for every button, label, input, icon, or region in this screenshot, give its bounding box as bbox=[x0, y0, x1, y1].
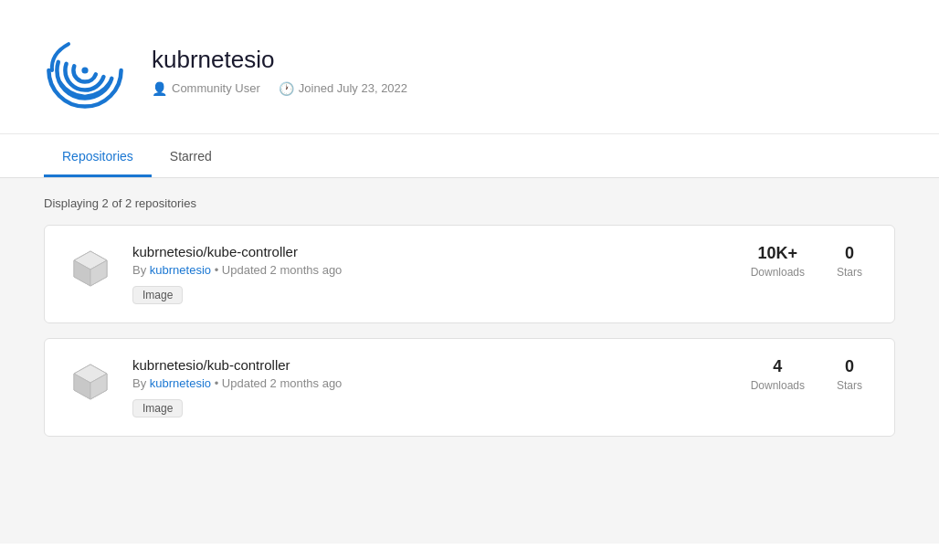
profile-info: kubrnetesio 👤 Community User 🕐 Joined Ju… bbox=[152, 46, 407, 96]
bullet-sep: • bbox=[215, 263, 222, 277]
tab-repositories[interactable]: Repositories bbox=[44, 134, 152, 177]
repo-stats: 4 Downloads 0 Stars bbox=[751, 357, 872, 392]
downloads-value: 4 bbox=[773, 357, 782, 377]
tab-starred[interactable]: Starred bbox=[152, 134, 230, 177]
repo-card: kubrnetesio/kub-controller By kubrnetesi… bbox=[44, 338, 895, 437]
repo-icon bbox=[67, 244, 114, 291]
joined-meta: 🕐 Joined July 23, 2022 bbox=[279, 81, 407, 96]
profile-meta: 👤 Community User 🕐 Joined July 23, 2022 bbox=[152, 81, 407, 96]
repo-count-text: Displaying 2 of 2 repositories bbox=[44, 196, 895, 210]
by-label: By bbox=[132, 376, 146, 390]
page-wrapper: kubrnetesio 👤 Community User 🕐 Joined Ju… bbox=[0, 0, 939, 560]
downloads-value: 10K+ bbox=[758, 244, 798, 264]
stars-value: 0 bbox=[845, 244, 854, 264]
svg-point-4 bbox=[81, 67, 88, 73]
tabs-container: Repositories Starred bbox=[0, 134, 939, 178]
repo-icon bbox=[67, 357, 114, 405]
updated-text: Updated 2 months ago bbox=[222, 263, 343, 277]
repo-details: kubrnetesio/kube-controller By kubrnetes… bbox=[132, 244, 733, 304]
main-content: Displaying 2 of 2 repositories kubrnetes… bbox=[0, 178, 939, 544]
stars-value: 0 bbox=[845, 357, 854, 377]
tabs: Repositories Starred bbox=[44, 134, 895, 177]
downloads-label: Downloads bbox=[751, 266, 805, 279]
stars-stat: 0 Stars bbox=[827, 244, 872, 279]
avatar bbox=[44, 29, 126, 111]
bullet-sep: • bbox=[215, 376, 222, 390]
repo-details: kubrnetesio/kub-controller By kubrnetesi… bbox=[132, 357, 733, 417]
by-label: By bbox=[132, 263, 146, 277]
repo-byline: By kubrnetesio • Updated 2 months ago bbox=[132, 376, 733, 390]
repo-author-link[interactable]: kubrnetesio bbox=[150, 263, 211, 277]
person-icon: 👤 bbox=[152, 81, 167, 96]
repo-stats: 10K+ Downloads 0 Stars bbox=[751, 244, 872, 279]
profile-name: kubrnetesio bbox=[152, 46, 407, 74]
repo-tag: Image bbox=[132, 399, 183, 417]
repo-tag: Image bbox=[132, 286, 183, 304]
repo-name: kubrnetesio/kub-controller bbox=[132, 357, 733, 373]
repo-author-link[interactable]: kubrnetesio bbox=[150, 376, 211, 390]
repo-byline: By kubrnetesio • Updated 2 months ago bbox=[132, 263, 733, 277]
stars-label: Stars bbox=[837, 266, 862, 279]
downloads-stat: 10K+ Downloads bbox=[751, 244, 805, 279]
downloads-label: Downloads bbox=[751, 379, 805, 392]
user-type-meta: 👤 Community User bbox=[152, 81, 260, 96]
updated-text: Updated 2 months ago bbox=[222, 376, 343, 390]
repo-name: kubrnetesio/kube-controller bbox=[132, 244, 733, 259]
repo-card: kubrnetesio/kube-controller By kubrnetes… bbox=[44, 225, 895, 323]
stars-label: Stars bbox=[837, 379, 862, 392]
stars-stat: 0 Stars bbox=[827, 357, 872, 392]
clock-icon: 🕐 bbox=[279, 81, 294, 96]
profile-header: kubrnetesio 👤 Community User 🕐 Joined Ju… bbox=[0, 0, 939, 134]
joined-label: Joined July 23, 2022 bbox=[299, 81, 407, 95]
downloads-stat: 4 Downloads bbox=[751, 357, 805, 392]
user-type-label: Community User bbox=[172, 81, 260, 95]
